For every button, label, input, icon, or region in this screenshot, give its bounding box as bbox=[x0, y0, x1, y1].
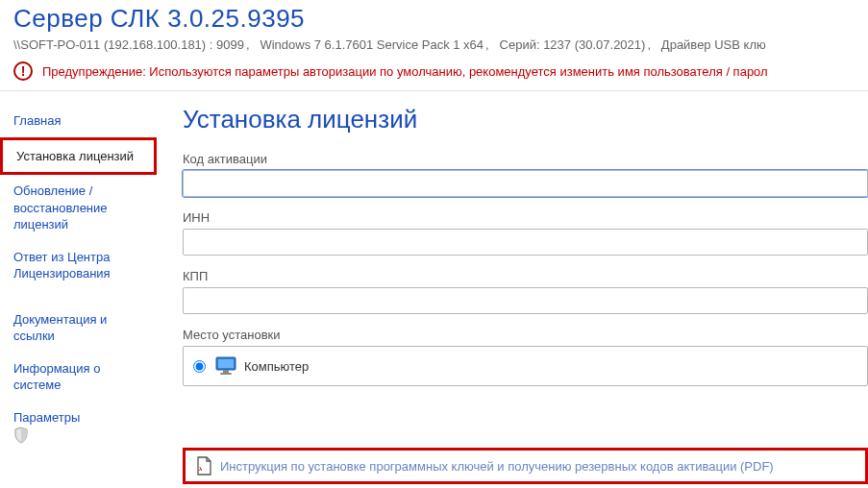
nav-docs-links[interactable]: Документация и ссылки bbox=[0, 304, 159, 353]
page-title: Установка лицензий bbox=[183, 105, 868, 134]
pdf-link-text: Инструкция по установке программных ключ… bbox=[220, 459, 774, 474]
kpp-input[interactable] bbox=[183, 287, 868, 314]
svg-rect-3 bbox=[220, 373, 232, 375]
install-place-box: Компьютер bbox=[183, 346, 868, 386]
os-info: Windows 7 6.1.7601 Service Pack 1 x64 bbox=[260, 37, 484, 52]
driver-info: Драйвер USB клю bbox=[661, 37, 766, 52]
nav-system-info[interactable]: Информация о системе bbox=[0, 353, 159, 402]
sidebar: Главная Установка лицензий Обновление / … bbox=[0, 105, 159, 484]
svg-rect-1 bbox=[218, 359, 234, 368]
kpp-label: КПП bbox=[183, 269, 868, 283]
activation-code-input[interactable] bbox=[183, 170, 868, 197]
nav-install-licenses[interactable]: Установка лицензий bbox=[3, 140, 154, 173]
nav-licensing-center-response[interactable]: Ответ из Центра Лицензирования bbox=[0, 241, 159, 290]
serial-info: Серий: 1237 (30.07.2021) bbox=[500, 37, 646, 52]
svg-text:λ: λ bbox=[199, 466, 203, 472]
install-place-radio-computer[interactable] bbox=[193, 360, 206, 373]
monitor-icon bbox=[215, 356, 236, 376]
inn-input[interactable] bbox=[183, 229, 868, 256]
highlight-box-nav: Установка лицензий bbox=[0, 137, 157, 176]
warning-icon: ! bbox=[13, 61, 33, 81]
highlight-box-pdf: λ Инструкция по установке программных кл… bbox=[183, 448, 868, 484]
install-place-option-label: Компьютер bbox=[244, 359, 309, 374]
nav-settings-label: Параметры bbox=[13, 410, 80, 425]
app-title: Сервер СЛК 3.0.25.9395 bbox=[13, 4, 855, 34]
warning-text: Предупреждение: Используются параметры а… bbox=[42, 64, 768, 79]
activation-code-label: Код активации bbox=[183, 152, 868, 166]
svg-rect-2 bbox=[223, 370, 229, 373]
pdf-icon: λ bbox=[195, 456, 212, 476]
inn-label: ИНН bbox=[183, 210, 868, 225]
install-place-label: Место установки bbox=[183, 328, 868, 342]
nav-settings[interactable]: Параметры bbox=[0, 402, 159, 451]
shield-icon bbox=[13, 427, 145, 444]
nav-update-restore[interactable]: Обновление / восстановление лицензий bbox=[0, 175, 159, 241]
main-content: Установка лицензий Код активации ИНН КПП… bbox=[159, 105, 868, 484]
nav-main[interactable]: Главная bbox=[0, 105, 159, 137]
host-info: \\SOFT-PO-011 (192.168.100.181) : 9099 bbox=[13, 37, 244, 52]
pdf-instructions-link[interactable]: λ Инструкция по установке программных кл… bbox=[195, 456, 856, 476]
header-info-row: \\SOFT-PO-011 (192.168.100.181) : 9099, … bbox=[13, 37, 855, 52]
